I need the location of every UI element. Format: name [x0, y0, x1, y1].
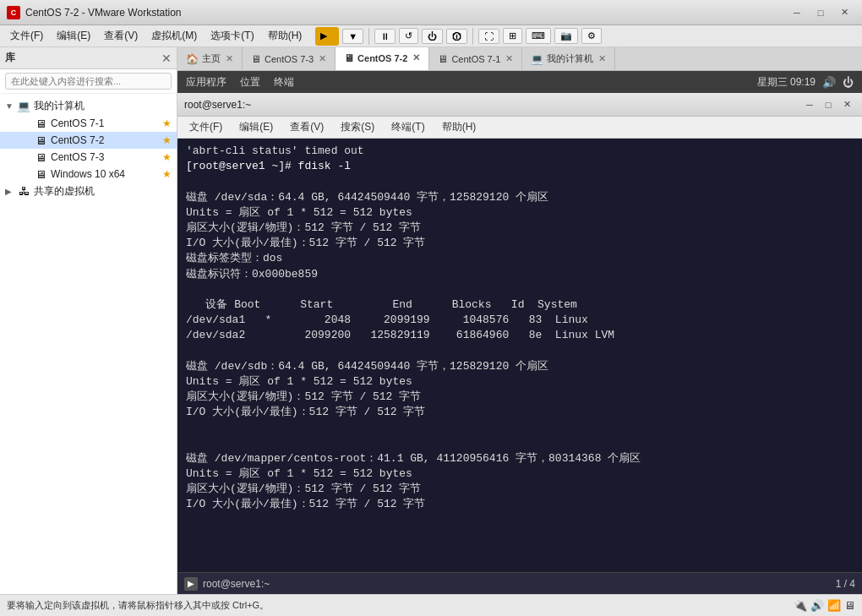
- tab-centos72[interactable]: 🖥 CentOS 7-2 ✕: [336, 47, 429, 71]
- tab-centos71-close[interactable]: ✕: [505, 53, 513, 64]
- tab-centos73[interactable]: 🖥 CentOS 7-3 ✕: [243, 47, 336, 71]
- menu-vm[interactable]: 虚拟机(M): [145, 27, 204, 45]
- topbar-terminal[interactable]: 终端: [274, 75, 294, 90]
- sidebar-title: 库: [5, 51, 15, 65]
- home-icon: 🏠: [186, 53, 199, 65]
- vm-tree: ▼ 💻 我的计算机 🖥 CentOS 7-1 ★ 🖥 CentOS 7-2 ★: [0, 94, 177, 594]
- term-line-6: I/O 大小(最小/最佳)：512 字节 / 512 字节: [186, 236, 854, 251]
- tab-mycomputer-close[interactable]: ✕: [598, 53, 606, 64]
- term-line-21: Units = 扇区 of 1 * 512 = 512 bytes: [186, 466, 854, 482]
- term-line-5: 扇区大小(逻辑/物理)：512 字节 / 512 字节: [186, 221, 854, 236]
- search-input[interactable]: [5, 73, 172, 90]
- tree-label-mycomputer: 我的计算机: [34, 99, 85, 113]
- toolbar-settings[interactable]: ⚙: [581, 28, 602, 44]
- menu-file[interactable]: 文件(F): [3, 27, 50, 45]
- inner-minimize[interactable]: ─: [801, 97, 818, 112]
- vm-icon-centos73: 🖥: [34, 150, 47, 164]
- topbar-location[interactable]: 位置: [240, 75, 260, 90]
- tab-centos72-label: CentOS 7-2: [357, 53, 407, 63]
- term-line-7: 磁盘标签类型：dos: [186, 251, 854, 266]
- term-menu-view[interactable]: 查看(V): [283, 118, 330, 136]
- term-line-9: [186, 282, 854, 297]
- tree-item-centos71[interactable]: 🖥 CentOS 7-1 ★: [0, 115, 177, 132]
- app-icon: C: [7, 6, 20, 19]
- status-right-icons: 🔌 🔊 📶 🖥: [794, 599, 855, 612]
- term-menu-edit[interactable]: 编辑(E): [232, 118, 280, 136]
- term-line-8: 磁盘标识符：0x000be859: [186, 267, 854, 282]
- tree-label-shared: 共享的虚拟机: [34, 184, 95, 199]
- terminal-bottom-bar: ▶ root@serve1:~ 1 / 4: [177, 572, 862, 594]
- tree-item-centos73[interactable]: 🖥 CentOS 7-3 ★: [0, 149, 177, 166]
- close-button[interactable]: ✕: [833, 4, 855, 21]
- toolbar-btn-1[interactable]: ▶: [315, 27, 339, 46]
- tree-item-win10[interactable]: 🖥 Windows 10 x64 ★: [0, 166, 177, 183]
- maximize-button[interactable]: □: [810, 4, 832, 21]
- menu-tab[interactable]: 选项卡(T): [204, 27, 260, 45]
- inner-maximize[interactable]: □: [820, 97, 837, 112]
- tab-home[interactable]: 🏠 主页 ✕: [177, 47, 243, 71]
- tab-centos72-close[interactable]: ✕: [412, 52, 420, 63]
- tab-centos71[interactable]: 🖥 CentOS 7-1 ✕: [429, 47, 522, 71]
- tab-mycomputer[interactable]: 💻 我的计算机 ✕: [522, 47, 615, 71]
- toolbar-power2[interactable]: ⏼: [446, 29, 467, 44]
- term-menu-help[interactable]: 帮助(H): [435, 118, 483, 136]
- tree-item-mycomputer[interactable]: ▼ 💻 我的计算机: [0, 97, 177, 115]
- inner-close[interactable]: ✕: [838, 97, 855, 112]
- separator-2: [472, 28, 473, 45]
- topbar-apps[interactable]: 应用程序: [186, 75, 226, 90]
- mycomputer-tab-icon: 💻: [531, 53, 543, 65]
- term-menu-file[interactable]: 文件(F): [183, 118, 229, 136]
- shared-icon: 🖧: [17, 185, 30, 199]
- sidebar-close-button[interactable]: ✕: [161, 52, 172, 65]
- vm-tab-icon-73: 🖥: [251, 53, 261, 65]
- tree-item-shared[interactable]: ▶ 🖧 共享的虚拟机: [0, 183, 177, 200]
- inner-header: root@serve1:~ ─ □ ✕: [177, 93, 862, 117]
- tree-item-centos72[interactable]: 🖥 CentOS 7-2 ★: [0, 132, 177, 149]
- toolbar-suspend[interactable]: ⏸: [374, 29, 396, 44]
- menu-edit[interactable]: 编辑(E): [50, 27, 97, 45]
- inner-window-controls: ─ □ ✕: [801, 97, 855, 112]
- tree-arrow-mycomputer: ▼: [5, 101, 14, 111]
- content-area: 🏠 主页 ✕ 🖥 CentOS 7-3 ✕ 🖥 CentOS 7-2 ✕ 🖥 C…: [177, 47, 862, 594]
- main-area: 库 ✕ ▼ 💻 我的计算机 🖥 CentOS 7-1 ★: [0, 47, 862, 594]
- star-win10: ★: [162, 168, 172, 180]
- tab-home-close[interactable]: ✕: [226, 53, 233, 64]
- menu-help[interactable]: 帮助(H): [261, 27, 309, 45]
- toolbar-power[interactable]: ⏻: [422, 29, 443, 44]
- term-line-22: 扇区大小(逻辑/物理)：512 字节 / 512 字节: [186, 482, 854, 497]
- minimize-button[interactable]: ─: [786, 4, 808, 21]
- toolbar-btn-2[interactable]: ▼: [342, 29, 363, 44]
- terminal-session-label: root@serve1:~: [203, 578, 270, 590]
- term-line-18: [186, 420, 854, 435]
- toolbar-snap[interactable]: 📷: [554, 28, 578, 44]
- tree-arrow-shared: ▶: [5, 187, 14, 196]
- tab-centos73-close[interactable]: ✕: [319, 53, 326, 64]
- terminal-body[interactable]: 'abrt-cli status' timed out [root@serve1…: [177, 139, 862, 572]
- term-line-23: I/O 大小(最小/最佳)：512 字节 / 512 字节: [186, 497, 854, 512]
- volume-icon[interactable]: 🔊: [822, 76, 836, 89]
- vm-tab-icon-71: 🖥: [438, 53, 448, 65]
- term-line-10: 设备 Boot Start End Blocks Id System: [186, 297, 854, 313]
- term-line-13: [186, 343, 854, 358]
- vm-icon-centos71: 🖥: [34, 117, 47, 130]
- toolbar-full[interactable]: ⛶: [478, 29, 499, 44]
- window-title: CentOS 7-2 - VMware Workstation: [25, 7, 182, 19]
- term-line-17: I/O 大小(最小/最佳)：512 字节 / 512 字节: [186, 405, 854, 420]
- term-line-12: /dev/sda2 2099200 125829119 61864960 8e …: [186, 328, 854, 343]
- tab-mycomputer-label: 我的计算机: [547, 52, 593, 65]
- toolbar-ctrlaltdel[interactable]: ⌨: [526, 28, 551, 44]
- tab-centos71-label: CentOS 7-1: [451, 54, 500, 64]
- term-menu-search[interactable]: 搜索(S): [334, 118, 381, 136]
- clock-display: 星期三 09:19: [757, 75, 816, 90]
- toolbar-unity[interactable]: ⊞: [503, 28, 522, 44]
- status-bar: 要将输入定向到该虚拟机，请将鼠标指针移入其中或按 Ctrl+G。 🔌 🔊 📶 🖥: [0, 594, 862, 616]
- toolbar-reset[interactable]: ↺: [399, 28, 418, 44]
- menu-view[interactable]: 查看(V): [97, 27, 145, 45]
- tab-home-label: 主页: [202, 52, 221, 65]
- power-icon[interactable]: ⏻: [843, 76, 854, 89]
- tree-label-centos73: CentOS 7-3: [51, 151, 104, 163]
- term-menu-terminal[interactable]: 终端(T): [385, 118, 431, 136]
- separator-1: [368, 28, 369, 45]
- term-line-19: [186, 436, 854, 451]
- term-line-1: [root@serve1 ~]# fdisk -l: [186, 159, 854, 174]
